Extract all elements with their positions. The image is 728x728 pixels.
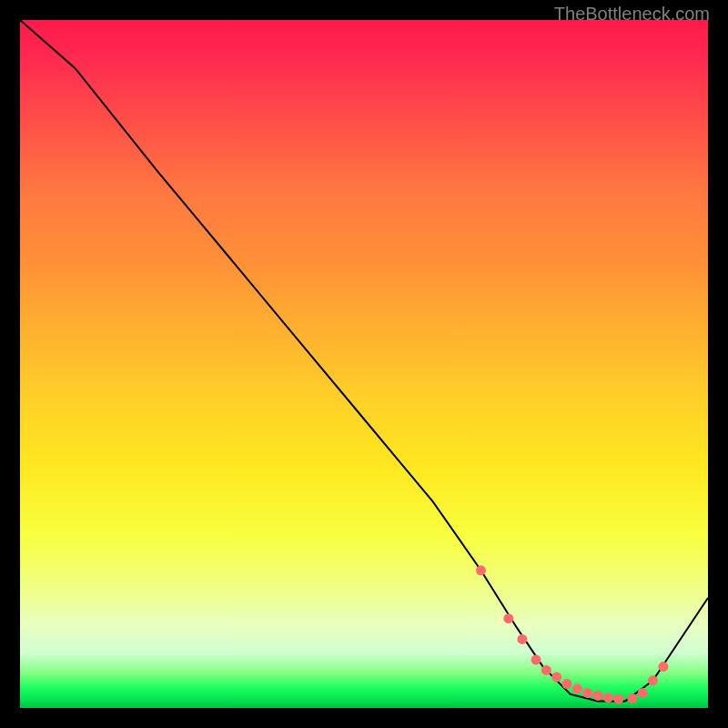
chart-background — [20, 20, 708, 708]
attribution-text: TheBottleneck.com — [554, 4, 710, 25]
